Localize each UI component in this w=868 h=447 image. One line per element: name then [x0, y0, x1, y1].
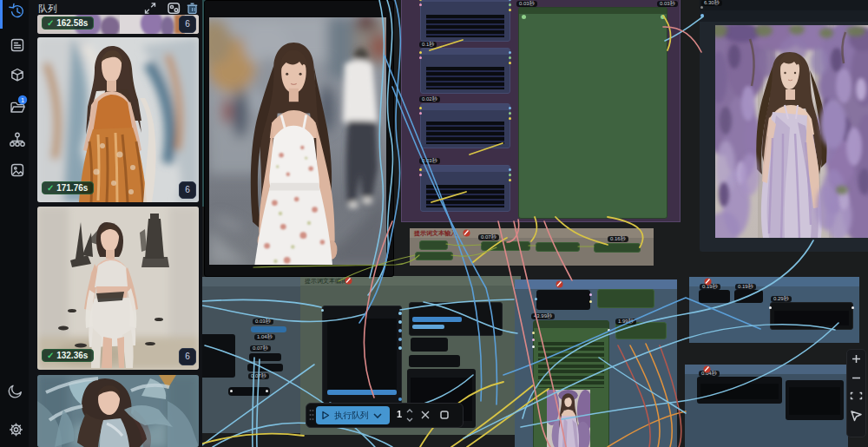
svg-text:1: 1	[21, 96, 24, 104]
